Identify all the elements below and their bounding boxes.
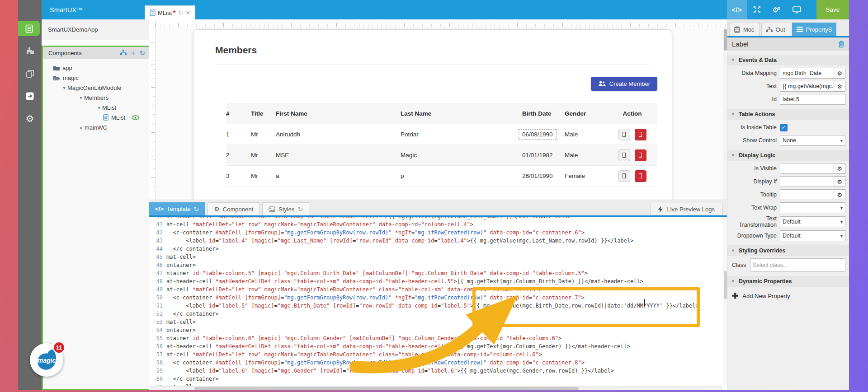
tab-refresh-icon[interactable]: ↻ [178,9,184,16]
save-button[interactable]: Save [816,0,849,19]
tree-item-app[interactable]: app [43,63,149,73]
tab-outline[interactable]: Out [761,23,790,36]
canvas-scrollbar[interactable] [723,27,727,200]
tab-propertysheet[interactable]: PropertyS [792,23,837,36]
code-vscroll-thumb[interactable] [724,271,727,299]
gear-button[interactable]: ⚙ [834,189,845,200]
section-header-display-logic[interactable]: ▼Display Logic [727,150,849,161]
code-view-button[interactable]: </> [727,0,747,19]
code-horizontal-scrollbar[interactable] [149,386,723,390]
checkbox[interactable]: ✓ [780,124,788,131]
code-line[interactable]: 44 </c-container> [149,245,723,253]
tab-mlist[interactable]: MList * ↻ ✕ [145,5,195,19]
code-line[interactable]: 60 </c-container> [149,375,723,383]
code-line[interactable]: 48at-header-cell *matHeaderCellDef class… [149,277,723,285]
property-input[interactable] [780,176,834,187]
code-text[interactable]: mat-cell> [166,318,196,326]
tree-item-mlist[interactable]: ▾MList [43,103,149,112]
code-line[interactable]: 49at-cell *matCellDef="let row" magicMar… [149,285,723,294]
design-canvas[interactable]: Members Create Member #TitleFirst NameLa… [149,19,727,200]
add-new-property-button[interactable]: ✚ Add New Property [732,291,844,301]
gear-button[interactable]: ⚙ [834,163,845,174]
delete-row-button[interactable] [635,149,646,161]
tree-item-mlist[interactable]: MList [43,112,149,122]
property-input[interactable]: mgc.Birth_Date [780,68,834,79]
edit-row-button[interactable] [618,170,630,182]
code-vertical-scrollbar[interactable] [723,217,727,386]
tab-component[interactable]: ⚙ Component [208,202,259,215]
delete-row-button[interactable] [635,170,646,182]
code-text[interactable]: at-cell *matCellDef="let row" magicMark=… [166,220,473,229]
live-preview-logs-button[interactable]: Live Preview Logs [651,203,723,215]
property-input[interactable]: {{ mg.getValue(mgc.Birth_D [780,81,834,92]
tree-caret-icon[interactable]: ▾ [96,105,102,110]
code-text[interactable]: ontainer> [166,326,196,334]
property-select[interactable]: ▾ [780,202,845,213]
section-header-dynamic-properties[interactable]: ▼Dynamic Properties [727,276,849,287]
code-line[interactable]: 45mat-cell> [149,253,723,261]
code-text[interactable]: <label id="label.4" [magic]="mgc.Last_Na… [166,237,633,245]
tab-mock[interactable]: Moc [729,23,760,36]
code-line[interactable]: 43 <label id="label.4" [magic]="mgc.Last… [149,237,723,245]
tab-template[interactable]: </> Template ↻ [149,202,205,215]
property-input[interactable]: label.5 [780,94,845,105]
code-line[interactable]: 52 </c-container> [149,310,723,318]
components-puzzle-icon[interactable] [18,43,42,59]
section-header-styling-overrides[interactable]: ▼Styling Overrides [727,245,849,256]
tree-item-magicgenlibmodule[interactable]: ▾MagicGenLibModule [43,83,149,93]
table-row[interactable]: 2MrMSEMagic01/01/1982Male [226,145,657,166]
code-text[interactable]: mat-cell> [166,383,196,386]
selected-birthdate-label[interactable]: 06/08/1990 [519,129,557,140]
property-input[interactable] [780,189,834,200]
code-line[interactable]: 50 <c-container #matCell [formGroup]="mg… [149,294,723,302]
table-row[interactable]: 1MrAniruddhPotdar06/08/1990Male [226,124,657,145]
code-text[interactable]: at-header-cell *matHeaderCellDef data-co… [166,217,571,220]
settings-gear-icon[interactable]: ⚙ [18,111,42,126]
property-input[interactable] [780,163,834,174]
code-text[interactable]: at-header-cell *matHeaderCellDef class="… [166,277,643,285]
code-lines[interactable]: 40at-header-cell *matHeaderCellDef data-… [149,217,723,386]
code-text[interactable]: at-cell *matCellDef="let row" magicMark=… [166,285,542,294]
code-line[interactable]: 47ntainer id="table-column.5" [magic]="m… [149,269,723,277]
code-line[interactable]: 57at-cell *matCellDef="let row" magicMar… [149,350,723,359]
code-line[interactable]: 59 <label id="label.6" [magic]="mgc.Gend… [149,367,723,375]
tree-item-magic[interactable]: magic [43,73,149,83]
tab-close-icon[interactable]: ✕ [185,9,190,16]
tab-styles[interactable]: Styles ↻ [262,202,309,215]
delete-element-icon[interactable] [838,41,844,48]
tree-caret-icon[interactable]: ▾ [61,85,67,90]
property-input[interactable]: Select class... [750,258,845,272]
code-line[interactable]: 56at-header-cell *matHeaderCellDef class… [149,342,723,350]
add-icon[interactable]: + [131,49,135,57]
code-line[interactable]: 42 <c-container #matCell [formGroup]="mg… [149,229,723,237]
services-gears-button[interactable]: ⚙⚙ [767,0,787,19]
code-hscroll-thumb[interactable] [194,387,579,390]
tree-caret-icon[interactable]: ▸ [78,125,85,130]
property-select[interactable]: Default▾ [780,216,845,227]
code-text[interactable]: ntainer id="table-column.6" [magic]="mgc… [166,334,561,342]
code-line[interactable]: 46ontainer> [149,261,723,269]
code-text[interactable]: </c-container> [166,375,219,383]
code-text[interactable]: ntainer id="table-column.5" [magic]="mgc… [166,269,588,277]
code-line[interactable]: 41at-cell *matCellDef="let row" magicMar… [149,220,723,229]
refresh-icon[interactable]: ↻ [194,205,199,213]
hierarchy-icon[interactable] [120,50,127,56]
code-text[interactable]: at-header-cell *matHeaderCellDef class="… [166,342,630,350]
property-select[interactable]: Default▾ [780,230,845,241]
code-text[interactable]: <c-container #matCell [formGroup]="mg.ge… [166,359,585,367]
create-member-button[interactable]: Create Member [591,77,657,91]
code-line[interactable]: 58 <c-container #matCell [formGroup]="mg… [149,359,723,367]
refresh-icon[interactable]: ↻ [139,50,145,56]
code-text[interactable]: <c-container #matCell [formGroup]="mg.ge… [166,294,585,302]
section-header-table-actions[interactable]: ▼Table Actions [727,109,849,120]
section-header-events-data[interactable]: ▼Events & Data [727,55,849,65]
tree-caret-icon[interactable]: ▾ [78,95,84,100]
gear-button[interactable]: ⚙ [834,176,845,187]
gear-button[interactable]: ⚙ [834,81,845,92]
visibility-eye-icon[interactable] [132,115,139,120]
tree-item-members[interactable]: ▾Members [43,93,149,103]
code-text[interactable]: at-cell *matCellDef="let row" magicMark=… [166,350,542,359]
copy-pages-icon[interactable] [18,66,42,81]
code-line[interactable]: 55ntainer id="table-column.6" [magic]="m… [149,334,723,342]
delete-row-button[interactable] [635,129,646,140]
